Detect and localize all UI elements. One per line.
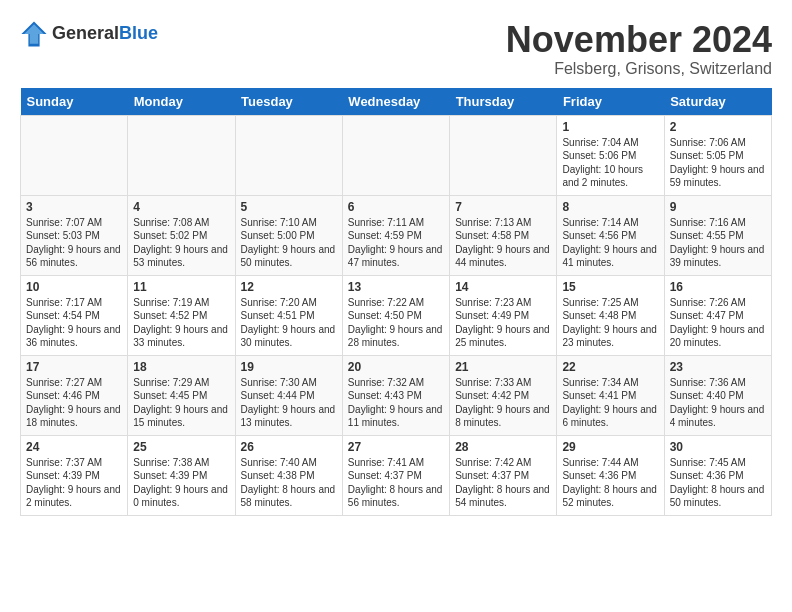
day-cell (235, 115, 342, 195)
day-info: Sunrise: 7:17 AM Sunset: 4:54 PM Dayligh… (26, 296, 122, 350)
day-cell (450, 115, 557, 195)
day-number: 24 (26, 440, 122, 454)
day-number: 28 (455, 440, 551, 454)
day-cell: 9Sunrise: 7:16 AM Sunset: 4:55 PM Daylig… (664, 195, 771, 275)
day-number: 2 (670, 120, 766, 134)
day-cell: 22Sunrise: 7:34 AM Sunset: 4:41 PM Dayli… (557, 355, 664, 435)
day-number: 4 (133, 200, 229, 214)
day-cell: 19Sunrise: 7:30 AM Sunset: 4:44 PM Dayli… (235, 355, 342, 435)
day-info: Sunrise: 7:34 AM Sunset: 4:41 PM Dayligh… (562, 376, 658, 430)
day-info: Sunrise: 7:22 AM Sunset: 4:50 PM Dayligh… (348, 296, 444, 350)
day-cell: 23Sunrise: 7:36 AM Sunset: 4:40 PM Dayli… (664, 355, 771, 435)
day-info: Sunrise: 7:16 AM Sunset: 4:55 PM Dayligh… (670, 216, 766, 270)
day-info: Sunrise: 7:23 AM Sunset: 4:49 PM Dayligh… (455, 296, 551, 350)
day-info: Sunrise: 7:06 AM Sunset: 5:05 PM Dayligh… (670, 136, 766, 190)
day-cell: 26Sunrise: 7:40 AM Sunset: 4:38 PM Dayli… (235, 435, 342, 515)
header: General Blue November 2024 Felsberg, Gri… (20, 20, 772, 78)
header-tuesday: Tuesday (235, 88, 342, 116)
day-number: 25 (133, 440, 229, 454)
day-info: Sunrise: 7:13 AM Sunset: 4:58 PM Dayligh… (455, 216, 551, 270)
calendar-table: SundayMondayTuesdayWednesdayThursdayFrid… (20, 88, 772, 516)
week-row-5: 24Sunrise: 7:37 AM Sunset: 4:39 PM Dayli… (21, 435, 772, 515)
day-number: 27 (348, 440, 444, 454)
day-cell: 11Sunrise: 7:19 AM Sunset: 4:52 PM Dayli… (128, 275, 235, 355)
day-number: 11 (133, 280, 229, 294)
day-cell: 28Sunrise: 7:42 AM Sunset: 4:37 PM Dayli… (450, 435, 557, 515)
day-number: 12 (241, 280, 337, 294)
day-cell: 10Sunrise: 7:17 AM Sunset: 4:54 PM Dayli… (21, 275, 128, 355)
day-info: Sunrise: 7:10 AM Sunset: 5:00 PM Dayligh… (241, 216, 337, 270)
day-info: Sunrise: 7:32 AM Sunset: 4:43 PM Dayligh… (348, 376, 444, 430)
location-title: Felsberg, Grisons, Switzerland (506, 60, 772, 78)
day-info: Sunrise: 7:11 AM Sunset: 4:59 PM Dayligh… (348, 216, 444, 270)
day-info: Sunrise: 7:41 AM Sunset: 4:37 PM Dayligh… (348, 456, 444, 510)
day-number: 30 (670, 440, 766, 454)
day-cell: 27Sunrise: 7:41 AM Sunset: 4:37 PM Dayli… (342, 435, 449, 515)
day-number: 9 (670, 200, 766, 214)
header-wednesday: Wednesday (342, 88, 449, 116)
day-cell: 1Sunrise: 7:04 AM Sunset: 5:06 PM Daylig… (557, 115, 664, 195)
day-number: 23 (670, 360, 766, 374)
header-thursday: Thursday (450, 88, 557, 116)
header-sunday: Sunday (21, 88, 128, 116)
day-info: Sunrise: 7:40 AM Sunset: 4:38 PM Dayligh… (241, 456, 337, 510)
day-info: Sunrise: 7:04 AM Sunset: 5:06 PM Dayligh… (562, 136, 658, 190)
day-info: Sunrise: 7:45 AM Sunset: 4:36 PM Dayligh… (670, 456, 766, 510)
day-number: 18 (133, 360, 229, 374)
day-cell: 21Sunrise: 7:33 AM Sunset: 4:42 PM Dayli… (450, 355, 557, 435)
day-info: Sunrise: 7:44 AM Sunset: 4:36 PM Dayligh… (562, 456, 658, 510)
day-number: 22 (562, 360, 658, 374)
day-info: Sunrise: 7:38 AM Sunset: 4:39 PM Dayligh… (133, 456, 229, 510)
day-number: 5 (241, 200, 337, 214)
header-monday: Monday (128, 88, 235, 116)
day-cell: 17Sunrise: 7:27 AM Sunset: 4:46 PM Dayli… (21, 355, 128, 435)
day-cell (342, 115, 449, 195)
day-cell: 14Sunrise: 7:23 AM Sunset: 4:49 PM Dayli… (450, 275, 557, 355)
day-info: Sunrise: 7:25 AM Sunset: 4:48 PM Dayligh… (562, 296, 658, 350)
day-info: Sunrise: 7:33 AM Sunset: 4:42 PM Dayligh… (455, 376, 551, 430)
day-number: 3 (26, 200, 122, 214)
day-number: 26 (241, 440, 337, 454)
header-saturday: Saturday (664, 88, 771, 116)
day-number: 19 (241, 360, 337, 374)
day-info: Sunrise: 7:27 AM Sunset: 4:46 PM Dayligh… (26, 376, 122, 430)
day-number: 20 (348, 360, 444, 374)
logo-blue: Blue (119, 24, 158, 44)
day-cell: 2Sunrise: 7:06 AM Sunset: 5:05 PM Daylig… (664, 115, 771, 195)
day-info: Sunrise: 7:07 AM Sunset: 5:03 PM Dayligh… (26, 216, 122, 270)
day-cell: 3Sunrise: 7:07 AM Sunset: 5:03 PM Daylig… (21, 195, 128, 275)
day-cell (128, 115, 235, 195)
day-cell: 4Sunrise: 7:08 AM Sunset: 5:02 PM Daylig… (128, 195, 235, 275)
day-number: 6 (348, 200, 444, 214)
week-row-4: 17Sunrise: 7:27 AM Sunset: 4:46 PM Dayli… (21, 355, 772, 435)
day-info: Sunrise: 7:36 AM Sunset: 4:40 PM Dayligh… (670, 376, 766, 430)
day-number: 7 (455, 200, 551, 214)
header-friday: Friday (557, 88, 664, 116)
day-number: 10 (26, 280, 122, 294)
day-info: Sunrise: 7:19 AM Sunset: 4:52 PM Dayligh… (133, 296, 229, 350)
day-info: Sunrise: 7:08 AM Sunset: 5:02 PM Dayligh… (133, 216, 229, 270)
month-title: November 2024 (506, 20, 772, 60)
day-cell: 12Sunrise: 7:20 AM Sunset: 4:51 PM Dayli… (235, 275, 342, 355)
day-cell: 5Sunrise: 7:10 AM Sunset: 5:00 PM Daylig… (235, 195, 342, 275)
day-cell: 15Sunrise: 7:25 AM Sunset: 4:48 PM Dayli… (557, 275, 664, 355)
week-row-1: 1Sunrise: 7:04 AM Sunset: 5:06 PM Daylig… (21, 115, 772, 195)
day-cell: 6Sunrise: 7:11 AM Sunset: 4:59 PM Daylig… (342, 195, 449, 275)
day-number: 17 (26, 360, 122, 374)
logo-general: General (52, 24, 119, 44)
day-info: Sunrise: 7:14 AM Sunset: 4:56 PM Dayligh… (562, 216, 658, 270)
logo-text: General Blue (52, 24, 158, 44)
day-info: Sunrise: 7:26 AM Sunset: 4:47 PM Dayligh… (670, 296, 766, 350)
day-cell: 8Sunrise: 7:14 AM Sunset: 4:56 PM Daylig… (557, 195, 664, 275)
day-info: Sunrise: 7:20 AM Sunset: 4:51 PM Dayligh… (241, 296, 337, 350)
day-number: 15 (562, 280, 658, 294)
day-cell: 24Sunrise: 7:37 AM Sunset: 4:39 PM Dayli… (21, 435, 128, 515)
day-cell: 13Sunrise: 7:22 AM Sunset: 4:50 PM Dayli… (342, 275, 449, 355)
day-cell: 7Sunrise: 7:13 AM Sunset: 4:58 PM Daylig… (450, 195, 557, 275)
day-info: Sunrise: 7:30 AM Sunset: 4:44 PM Dayligh… (241, 376, 337, 430)
day-info: Sunrise: 7:42 AM Sunset: 4:37 PM Dayligh… (455, 456, 551, 510)
day-info: Sunrise: 7:29 AM Sunset: 4:45 PM Dayligh… (133, 376, 229, 430)
day-cell: 29Sunrise: 7:44 AM Sunset: 4:36 PM Dayli… (557, 435, 664, 515)
day-info: Sunrise: 7:37 AM Sunset: 4:39 PM Dayligh… (26, 456, 122, 510)
day-number: 1 (562, 120, 658, 134)
